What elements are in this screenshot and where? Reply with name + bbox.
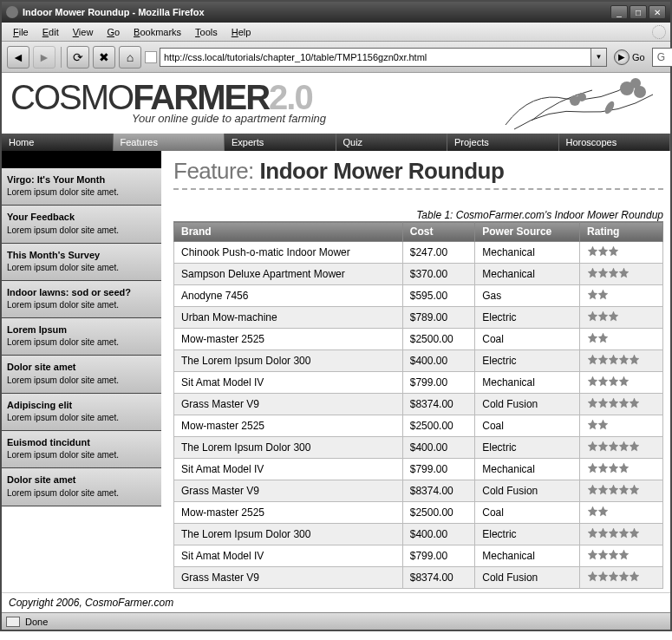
- table-row: The Lorem Ipsum Dolor 300$400.00Electric: [174, 524, 663, 545]
- search-input[interactable]: [652, 48, 672, 67]
- sidebar-item-text: Lorem ipsum dolor site amet.: [7, 450, 119, 460]
- sidebar-item-7[interactable]: Euismod tinciduntLorem ipsum dolor site …: [2, 431, 161, 468]
- col-cost: Cost: [402, 222, 475, 242]
- menu-tools[interactable]: Tools: [188, 25, 225, 39]
- cell-brand: Sit Amat Model IV: [174, 459, 403, 480]
- cell-brand: Mow-master 2525: [174, 415, 403, 437]
- rating-stars: [587, 399, 639, 411]
- forward-button[interactable]: ►: [33, 46, 55, 69]
- star-icon: [618, 267, 630, 278]
- cell-rating: [580, 459, 663, 480]
- cell-cost: $799.00: [402, 545, 475, 567]
- table-row: Grass Master V9$8374.00Cold Fusion: [174, 567, 663, 589]
- go-icon: ▶: [614, 49, 630, 65]
- menu-bookmarks[interactable]: Bookmarks: [127, 25, 188, 39]
- go-button[interactable]: ▶ Go: [614, 49, 645, 65]
- svg-point-5: [603, 100, 617, 115]
- star-icon: [629, 441, 640, 452]
- menu-go[interactable]: Go: [100, 25, 127, 39]
- sidebar-item-8[interactable]: Dolor site ametLorem ipsum dolor site am…: [2, 468, 161, 506]
- maximize-button[interactable]: □: [630, 5, 647, 19]
- star-icon: [597, 332, 609, 343]
- status-icon: [6, 617, 20, 627]
- menu-help[interactable]: Help: [225, 25, 258, 39]
- nav-projects[interactable]: Projects: [447, 134, 559, 151]
- table-row: The Lorem Ipsum Dolor 300$400.00Electric: [174, 437, 663, 459]
- sidebar-item-title: Dolor site amet: [7, 361, 156, 373]
- rating-stars: [587, 464, 629, 476]
- sidebar-item-4[interactable]: Lorem IpsumLorem ipsum dolor site amet.: [2, 318, 161, 356]
- cell-brand: Mow-master 2525: [174, 329, 403, 350]
- cell-power: Coal: [475, 329, 580, 350]
- back-button[interactable]: ◄: [7, 46, 29, 69]
- cell-rating: [580, 524, 663, 545]
- star-icon: [618, 462, 630, 473]
- rating-stars: [587, 529, 639, 541]
- nav-horoscopes[interactable]: Horoscopes: [559, 134, 671, 151]
- cell-cost: $400.00: [402, 437, 475, 459]
- sidebar-item-text: Lorem ipsum dolor site amet.: [7, 337, 119, 347]
- sidebar-item-text: Lorem ipsum dolor site amet.: [7, 488, 119, 498]
- menu-file[interactable]: File: [6, 25, 36, 39]
- nav-experts[interactable]: Experts: [225, 134, 336, 151]
- col-rating: Rating: [580, 222, 663, 242]
- menu-view[interactable]: View: [66, 25, 101, 39]
- rating-stars: [587, 269, 629, 281]
- logo-farmer: FARMER: [133, 78, 269, 116]
- sidebar-item-text: Lorem ipsum dolor site amet.: [7, 300, 119, 310]
- reload-button[interactable]: ⟳: [67, 46, 89, 69]
- sidebar-item-6[interactable]: Adipiscing elitLorem ipsum dolor site am…: [2, 394, 161, 431]
- nav-home[interactable]: Home: [2, 134, 114, 151]
- flowers-decoration: [497, 73, 670, 134]
- close-button[interactable]: ✕: [649, 5, 666, 19]
- table-caption: Table 1: CosmoFarmer.com's Indoor Mower …: [173, 209, 663, 221]
- table-row: Grass Master V9$8374.00Cold Fusion: [174, 480, 663, 502]
- cell-power: Mechanical: [475, 459, 580, 480]
- cell-brand: Chinook Push-o-matic Indoor Mower: [174, 242, 403, 264]
- mower-table: BrandCostPower SourceRating Chinook Push…: [173, 221, 663, 589]
- star-icon: [597, 289, 609, 300]
- nav-quiz[interactable]: Quiz: [336, 134, 448, 151]
- col-power-source: Power Source: [475, 222, 580, 242]
- statusbar: Done: [2, 612, 670, 630]
- sidebar-header-bar: [2, 151, 161, 168]
- cell-brand: Mow-master 2525: [174, 502, 403, 524]
- cell-rating: [580, 264, 663, 285]
- menu-edit[interactable]: Edit: [36, 25, 66, 39]
- cell-rating: [580, 567, 663, 589]
- star-icon: [597, 506, 609, 517]
- minimize-button[interactable]: _: [610, 5, 628, 19]
- window-title: Indoor Mower Roundup - Mozilla Firefox: [23, 7, 610, 17]
- nav-features[interactable]: Features: [114, 134, 225, 151]
- cell-brand: Sit Amat Model IV: [174, 545, 403, 567]
- cell-rating: [580, 350, 663, 372]
- cell-cost: $799.00: [402, 372, 475, 394]
- cell-cost: $2500.00: [402, 329, 475, 350]
- separator: [61, 47, 62, 68]
- sidebar-item-title: Virgo: It's Your Month: [7, 173, 156, 186]
- star-icon: [618, 549, 630, 560]
- sidebar-item-5[interactable]: Dolor site ametLorem ipsum dolor site am…: [2, 356, 161, 393]
- cell-rating: [580, 285, 663, 307]
- sidebar-item-text: Lorem ipsum dolor site amet.: [7, 225, 119, 235]
- cell-rating: [580, 502, 663, 524]
- rating-stars: [587, 377, 629, 389]
- sidebar-item-title: Your Feedback: [7, 211, 156, 223]
- toolbar: ◄ ► ⟳ ✖ ⌂ ▼ ▶ Go G: [2, 42, 670, 73]
- sidebar-item-0[interactable]: Virgo: It's Your MonthLorem ipsum dolor …: [2, 168, 161, 206]
- sidebar-item-3[interactable]: Indoor lawns: sod or seed?Lorem ipsum do…: [2, 281, 161, 318]
- sidebar-item-1[interactable]: Your FeedbackLorem ipsum dolor site amet…: [2, 206, 161, 243]
- sidebar: Virgo: It's Your MonthLorem ipsum dolor …: [2, 151, 161, 592]
- star-icon: [629, 527, 640, 539]
- banner: COSMOFARMER2.0 Your online guide to apar…: [2, 73, 670, 134]
- table-row: Mow-master 2525$2500.00Coal: [174, 502, 663, 524]
- cell-brand: Grass Master V9: [174, 567, 403, 589]
- cell-brand: Grass Master V9: [174, 394, 403, 415]
- cell-power: Gas: [475, 285, 580, 307]
- sidebar-item-title: Dolor site amet: [7, 473, 156, 486]
- url-dropdown-button[interactable]: ▼: [591, 48, 607, 67]
- stop-button[interactable]: ✖: [93, 46, 115, 69]
- home-button[interactable]: ⌂: [119, 46, 141, 69]
- sidebar-item-2[interactable]: This Month's SurveyLorem ipsum dolor sit…: [2, 244, 161, 281]
- url-input[interactable]: [160, 48, 591, 67]
